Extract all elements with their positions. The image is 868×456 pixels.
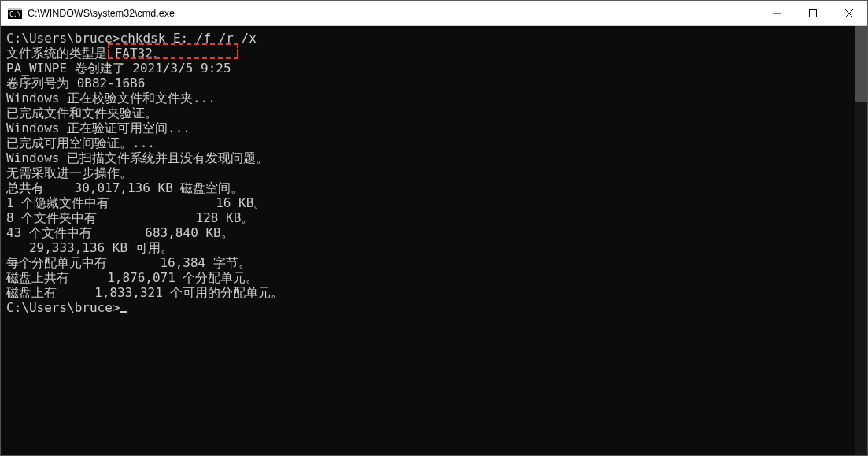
svg-rect-1 [8, 8, 22, 10]
svg-rect-4 [810, 9, 817, 17]
cmd-icon: C:\ [8, 8, 22, 19]
terminal-output[interactable]: C:\Users\bruce>chkdsk E: /f /r /x文件系统的类型… [6, 31, 867, 455]
terminal-line: 无需采取进一步操作。 [6, 165, 867, 180]
terminal-line: 每个分配单元中有 16,384 字节。 [6, 255, 867, 270]
close-button[interactable] [831, 1, 867, 25]
terminal-line: Windows 正在校验文件和文件夹... [6, 91, 867, 106]
terminal-line: C:\Users\bruce> [6, 300, 867, 315]
terminal-line: Windows 已扫描文件系统并且没有发现问题。 [6, 150, 867, 165]
svg-text:C:\: C:\ [9, 11, 21, 18]
terminal-line: PA_WINPE 卷创建了 2021/3/5 9:25 [6, 61, 867, 76]
terminal-line: 磁盘上共有 1,876,071 个分配单元。 [6, 270, 867, 285]
terminal-line: 43 个文件中有 683,840 KB。 [6, 225, 867, 240]
maximize-icon [809, 9, 817, 17]
terminal-line: 卷序列号为 0B82-16B6 [6, 76, 867, 91]
terminal-line: 已完成文件和文件夹验证。 [6, 106, 867, 120]
cmd-window: C:\ C:\WINDOWS\system32\cmd.exe C:\Users… [0, 0, 868, 456]
terminal-line: 文件系统的类型是 FAT32。 [6, 46, 867, 61]
terminal-line: 已完成可用空间验证。... [6, 135, 867, 150]
terminal-client-area: C:\Users\bruce>chkdsk E: /f /r /x文件系统的类型… [1, 26, 867, 455]
close-icon [845, 9, 853, 17]
cursor [120, 311, 127, 313]
terminal-line: Windows 正在验证可用空间... [6, 120, 867, 135]
terminal-line: 8 个文件夹中有 128 KB。 [6, 210, 867, 225]
window-title: C:\WINDOWS\system32\cmd.exe [28, 8, 175, 19]
terminal-line: 1 个隐藏文件中有 16 KB。 [6, 195, 867, 210]
maximize-button[interactable] [795, 1, 831, 25]
terminal-line: C:\Users\bruce>chkdsk E: /f /r /x [6, 31, 867, 46]
terminal-line: 29,333,136 KB 可用。 [6, 240, 867, 255]
minimize-icon [773, 9, 781, 17]
terminal-line: 总共有 30,017,136 KB 磁盘空间。 [6, 180, 867, 195]
titlebar[interactable]: C:\ C:\WINDOWS\system32\cmd.exe [1, 1, 867, 26]
terminal-line: 磁盘上有 1,833,321 个可用的分配单元。 [6, 285, 867, 300]
minimize-button[interactable] [759, 1, 795, 25]
